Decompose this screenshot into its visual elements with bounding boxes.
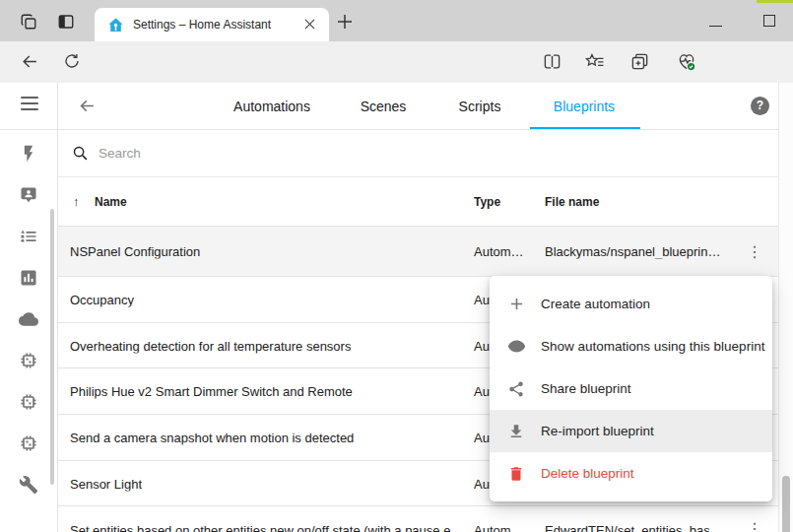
chart-box-icon[interactable] [19,268,38,288]
back-icon[interactable] [21,52,39,71]
ha-header: Automations Scenes Scripts Blueprints ? [58,83,793,130]
home-assistant-page: Automations Scenes Scripts Blueprints ? … [0,83,793,532]
person-badge-icon[interactable] [19,185,38,205]
column-file-name[interactable]: File name [545,177,599,227]
column-name[interactable]: Name [95,177,127,227]
help-icon[interactable]: ? [751,97,769,115]
workspaces-icon[interactable] [20,13,37,31]
cloud-icon[interactable] [19,309,38,329]
tab-blueprints[interactable]: Blueprints [554,83,615,130]
home-assistant-favicon [107,17,124,33]
table-row[interactable]: Set entities based on other entities new… [58,506,778,532]
tab-automations[interactable]: Automations [233,83,310,130]
menu-item-label: Share blueprint [541,381,631,396]
window-minimize-button[interactable] [709,26,722,27]
blueprint-context-menu: Create automation Show automations using… [490,276,772,501]
table-row[interactable]: NSPanel Configuration Autom… Blackymas/n… [58,227,778,277]
vertical-tabs-icon[interactable] [57,13,75,31]
sidebar-scrollbar[interactable] [50,209,54,485]
active-tab-underline [530,127,640,129]
sort-ascending-icon[interactable]: ↑ [73,177,80,227]
lightning-icon[interactable] [19,144,38,164]
row-name: Set entities based on other entities new… [70,523,464,532]
row-name: Sensor Light [70,476,142,491]
tab-scripts[interactable]: Scripts [459,83,501,130]
plus-icon [507,295,527,313]
browser-essentials-icon[interactable] [677,52,696,72]
chip-icon[interactable] [19,392,38,412]
table-header: ↑ Name Type File name [58,177,778,227]
row-type: Autom… [474,523,533,532]
row-more-icon[interactable]: ⋮ [747,242,762,261]
sidebar-menu-icon[interactable] [21,97,38,110]
screen-edge-artifact [757,0,793,3]
window-maximize-button[interactable] [763,15,775,27]
tab-title: Settings – Home Assistant [133,18,271,32]
browser-tab[interactable]: Settings – Home Assistant [95,8,329,41]
chip-icon[interactable] [19,433,38,453]
chip-icon[interactable] [19,351,38,370]
menu-item-create-automation[interactable]: Create automation [490,283,772,325]
split-screen-icon[interactable] [543,52,562,71]
row-name: Send a camera snapshot when motion is de… [70,431,354,445]
menu-item-label: Show automations using this blueprint [541,339,764,354]
row-file: Blackymas/nspanel_blueprin… [545,244,756,259]
eye-icon [507,337,527,356]
list-icon[interactable] [19,227,38,246]
search-placeholder: Search [99,130,141,177]
tab-strip: Settings – Home Assistant [0,0,793,41]
menu-item-label: Create automation [541,297,650,311]
back-arrow-icon[interactable] [78,97,97,115]
search-icon [72,145,89,162]
page-scrollbar[interactable] [778,83,793,532]
tab-scenes[interactable]: Scenes [361,83,407,130]
favorites-list-icon[interactable] [585,52,605,71]
download-icon [507,423,527,440]
new-tab-button[interactable] [338,15,352,29]
row-file: EdwardTEN/set_entities_bas… [545,523,756,532]
column-type[interactable]: Type [474,177,500,227]
menu-item-delete-blueprint[interactable]: Delete blueprint [490,452,772,495]
menu-item-reimport-blueprint[interactable]: Re-import blueprint [490,410,772,452]
ha-sidebar [0,83,58,532]
menu-item-label: Re-import blueprint [541,424,654,438]
sidebar-divider [0,129,57,130]
menu-item-label: Delete blueprint [541,466,634,481]
refresh-icon[interactable] [63,52,81,70]
share-icon [507,380,527,398]
tab-close-icon[interactable] [304,19,315,30]
row-type: Autom… [474,244,533,259]
menu-item-share-blueprint[interactable]: Share blueprint [490,367,772,410]
browser-window: Settings – Home Assistant Not secure hom… [0,0,793,532]
row-name: Overheating detection for all temperatur… [70,338,351,353]
row-name: NSPanel Configuration [70,244,200,259]
wrench-icon[interactable] [19,475,38,495]
browser-toolbar: Not secure homeassistant.local:8123/… A [0,41,793,83]
collections-icon[interactable] [630,52,649,71]
scrollbar-thumb[interactable] [782,476,790,532]
row-name: Philips Hue v2 Smart Dimmer Switch and R… [70,384,353,399]
row-name: Occupancy [70,293,134,307]
search-bar[interactable]: Search [58,130,793,177]
trash-icon [507,465,527,483]
row-more-icon[interactable]: ⋮ [747,519,762,532]
menu-item-show-automations[interactable]: Show automations using this blueprint [490,325,772,367]
